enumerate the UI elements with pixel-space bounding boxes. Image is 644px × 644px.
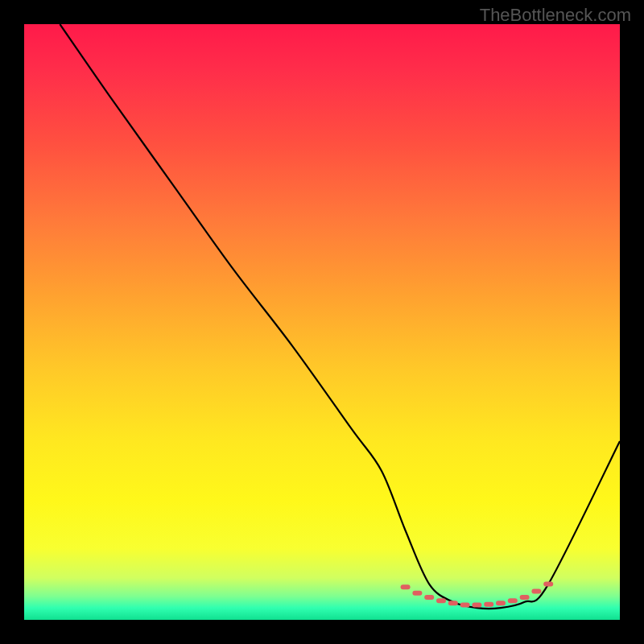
marker-dot [436, 598, 446, 603]
watermark-text: TheBottleneck.com [480, 5, 631, 26]
marker-dot [401, 584, 411, 589]
marker-dot [520, 595, 530, 600]
plot-area [24, 24, 620, 620]
marker-dot [543, 582, 553, 587]
marker-dot [484, 602, 493, 607]
marker-dot [460, 603, 470, 608]
marker-dot [412, 591, 422, 596]
marker-dot [448, 601, 458, 605]
marker-dot [472, 603, 481, 608]
marker-dot [508, 598, 518, 603]
marker-dot [424, 595, 434, 600]
marker-dot [496, 601, 506, 605]
optimal-range-markers [401, 582, 554, 608]
chart-svg [24, 24, 620, 620]
bottleneck-curve [60, 24, 620, 609]
marker-dot [531, 588, 541, 593]
